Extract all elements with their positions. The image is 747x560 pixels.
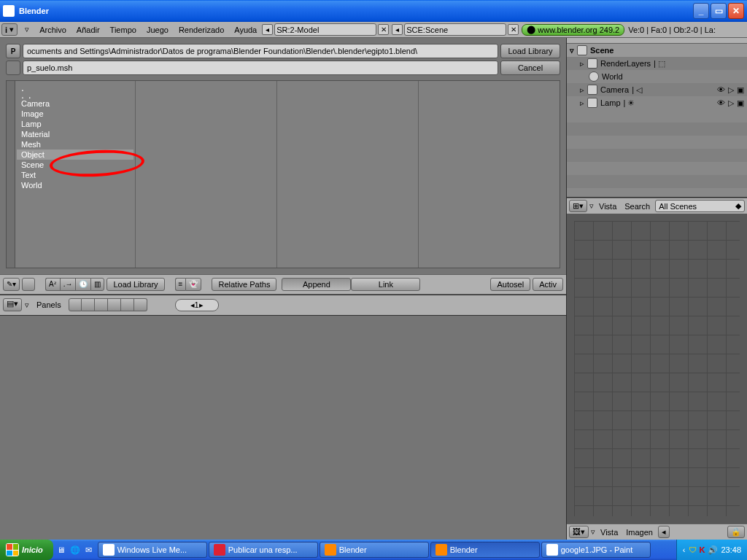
context-script-icon[interactable] <box>82 298 95 311</box>
path-input[interactable]: ocuments and Settings\Administrador\Dato… <box>23 44 498 58</box>
panels-dropdown-arrow[interactable]: ▿ <box>25 300 29 310</box>
list-item-object[interactable]: Object <box>17 149 133 160</box>
screen-prev[interactable]: ◂ <box>262 24 273 35</box>
eye-icon[interactable]: 👁 <box>717 85 725 95</box>
ql-mail-icon[interactable]: ✉ <box>82 542 96 558</box>
vscrollbar[interactable] <box>7 81 15 268</box>
outliner-scene-row[interactable]: ▿ Scene <box>567 44 747 57</box>
ql-ie-icon[interactable]: 🌐 <box>69 542 82 558</box>
menu-ayuda[interactable]: Ayuda <box>229 26 262 34</box>
uv-imagen[interactable]: Imagen <box>623 528 656 537</box>
load-library-button[interactable]: Load Library <box>500 44 560 58</box>
uv-editor-icon[interactable]: 🖼▾ <box>569 526 589 538</box>
eye-icon[interactable]: 👁 <box>717 98 725 108</box>
maximize-button[interactable]: ▭ <box>711 3 727 19</box>
sort-time-icon[interactable]: 🕓 <box>75 278 90 291</box>
list-item[interactable]: Camera <box>17 98 133 109</box>
list-item[interactable]: Material <box>17 129 133 139</box>
tray-kaspersky-icon[interactable]: K <box>700 545 705 554</box>
task-item-active[interactable]: Blender <box>430 542 540 558</box>
task-item[interactable]: Publicar una resp... <box>209 542 318 558</box>
uv-lock-icon[interactable]: 🔒 <box>727 526 745 538</box>
active-layer-button[interactable]: Activ <box>533 278 563 291</box>
hide-dot-icon[interactable]: 👻 <box>185 278 201 291</box>
list-item[interactable]: Scene <box>17 160 133 170</box>
task-item[interactable]: Windows Live Me... <box>98 542 207 558</box>
load-library-footer[interactable]: Load Library <box>107 278 164 291</box>
blender-menubar: i ▾ ▿ Archivo Añadir Tiempo Juego Render… <box>0 22 747 38</box>
task-item[interactable]: Blender <box>320 542 429 558</box>
scene-prev[interactable]: ◂ <box>392 24 403 35</box>
cursor-icon[interactable]: ▷ <box>728 98 734 108</box>
list-item[interactable]: Text <box>17 170 133 180</box>
outliner-vista[interactable]: Vista <box>596 202 619 211</box>
ql-desktop-icon[interactable]: 🖥 <box>55 542 68 558</box>
clock[interactable]: 23:48 <box>721 545 741 554</box>
menu-renderizado[interactable]: Renderizado <box>174 26 229 34</box>
blender-url[interactable]: ⬤www.blender.org 249.2 <box>522 24 624 36</box>
sort-size-icon[interactable]: ▥ <box>90 278 104 291</box>
list-item[interactable]: Image <box>17 109 133 119</box>
filename-input[interactable]: p_suelo.msh <box>23 61 498 75</box>
camera-icon <box>587 85 597 95</box>
append-button[interactable]: Append <box>282 278 351 291</box>
outliner-renderlayers-row[interactable]: ▹ RenderLayers | ⬚ <box>567 57 747 70</box>
parent-dir-button[interactable]: P <box>6 44 20 58</box>
display-mode-icon[interactable] <box>22 278 35 291</box>
outliner-search[interactable]: Search <box>622 202 653 211</box>
blender-task-icon <box>325 544 336 556</box>
task-item[interactable]: google1.JPG - Paint <box>541 542 651 558</box>
render-icon[interactable]: ▣ <box>737 85 744 95</box>
tray-network-icon[interactable]: 🔊 <box>708 545 718 555</box>
frame-number[interactable]: ◂ 1 ▸ <box>175 299 219 311</box>
buttons-editor-icon[interactable]: ▤▾ <box>3 298 22 311</box>
list-item[interactable]: . . <box>17 91 133 98</box>
outliner-editor-icon[interactable]: ⊞▾ <box>569 200 587 212</box>
sort-ext-icon[interactable]: .→ <box>60 278 76 291</box>
outliner-menu-arrow[interactable]: ▿ <box>589 201 594 211</box>
context-object-icon[interactable] <box>108 298 121 311</box>
context-logic-icon[interactable] <box>69 298 82 311</box>
autosel-button[interactable]: Autosel <box>490 278 530 291</box>
relative-paths-button[interactable]: Relative Paths <box>212 278 276 291</box>
list-item[interactable]: World <box>17 180 133 190</box>
tray-expand-icon[interactable]: ‹ <box>683 545 686 554</box>
menu-anadir[interactable]: Añadir <box>71 26 105 34</box>
minimize-button[interactable]: _ <box>693 3 709 19</box>
menu-archivo[interactable]: Archivo <box>34 26 71 34</box>
render-icon[interactable]: ▣ <box>737 98 744 108</box>
outliner-world-row[interactable]: World <box>567 70 747 83</box>
link-button[interactable]: Link <box>351 278 420 291</box>
short-list-icon[interactable]: ≡ <box>175 278 186 291</box>
menu-tiempo[interactable]: Tiempo <box>105 26 142 34</box>
editor-type-icon[interactable]: ✎▾ <box>3 278 20 291</box>
system-tray[interactable]: ‹ 🛡 K 🔊 23:48 <box>676 540 747 560</box>
nav-arrows[interactable] <box>6 61 20 75</box>
list-item[interactable]: Lamp <box>17 119 133 129</box>
outliner-lamp-row[interactable]: ▹ Lamp| ☀ 👁 ▷ ▣ <box>567 96 747 109</box>
list-item[interactable]: . <box>17 84 133 91</box>
outliner-camera-row[interactable]: ▹ Camera| ◁ 👁 ▷ ▣ <box>567 83 747 96</box>
uv-menu-arrow[interactable]: ▿ <box>591 527 595 537</box>
file-list-area: . . . Camera Image Lamp Material Mesh Ob… <box>6 80 560 268</box>
screen-close[interactable]: ✕ <box>378 24 389 35</box>
menu-juego[interactable]: Juego <box>142 26 174 34</box>
screen-selector[interactable]: SR:2-Model <box>274 23 376 36</box>
context-scene-icon[interactable] <box>134 298 147 311</box>
list-item[interactable]: Mesh <box>17 139 133 149</box>
start-button[interactable]: Inicio <box>0 540 53 560</box>
uv-image-editor[interactable] <box>567 214 747 524</box>
scene-selector[interactable]: SCE:Scene <box>404 23 506 36</box>
sort-alpha-icon[interactable]: Aᶻ <box>45 278 60 291</box>
uv-image-browse[interactable]: ◂ <box>658 526 670 538</box>
scene-close[interactable]: ✕ <box>508 24 519 35</box>
cursor-icon[interactable]: ▷ <box>728 85 734 95</box>
cancel-button[interactable]: Cancel <box>500 61 560 75</box>
outliner-mode-dropdown[interactable]: All Scenes◆ <box>655 200 745 212</box>
info-icon[interactable]: i ▾ <box>1 23 18 36</box>
uv-vista[interactable]: Vista <box>597 528 621 537</box>
context-editing-icon[interactable] <box>121 298 134 311</box>
close-button[interactable]: ✕ <box>728 3 744 19</box>
tray-shield-icon[interactable]: 🛡 <box>689 545 697 554</box>
context-shading-icon[interactable] <box>95 298 108 311</box>
